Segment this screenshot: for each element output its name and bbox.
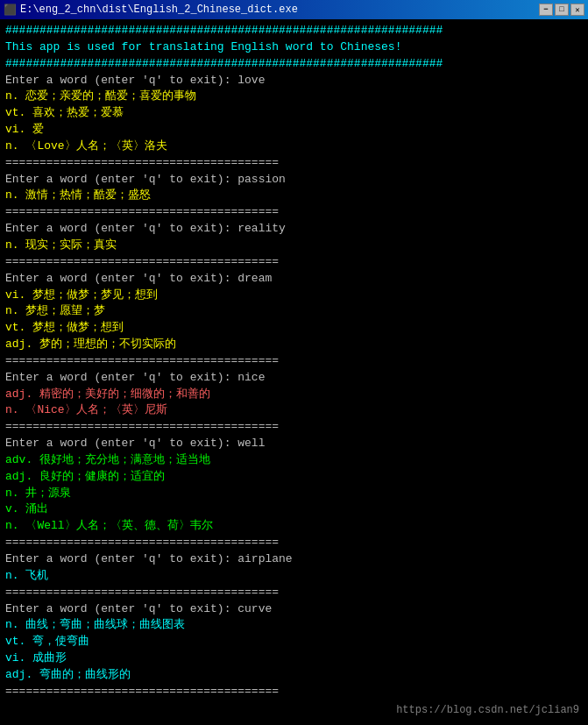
title-bar-title-area: ⬛ E:\eng_2_chn\dist\English_2_Chinese_di… (4, 4, 298, 17)
close-button[interactable]: ✕ (570, 4, 584, 16)
console-line: ======================================== (5, 155, 583, 172)
console-line: n. 现实；实际；真实 (5, 238, 583, 254)
watermark-text: https://blog.csdn.net/jclian9 (396, 704, 579, 716)
console-line: v. 涌出 (5, 501, 583, 518)
console-output: ########################################… (0, 19, 588, 725)
console-line: adj. 梦的；理想的；不切实际的 (5, 337, 583, 353)
console-line: vt. 喜欢；热爱；爱慕 (5, 105, 583, 122)
console-line: adj. 良好的；健康的；适宜的 (5, 469, 583, 486)
console-line: vt. 梦想；做梦；想到 (5, 320, 583, 337)
console-line: n. 曲线；弯曲；曲线球；曲线图表 (5, 617, 583, 634)
console-line: n. 〈Well〉人名；〈英、德、荷〉韦尔 (5, 518, 583, 535)
title-bar: ⬛ E:\eng_2_chn\dist\English_2_Chinese_di… (0, 0, 588, 19)
console-line: ======================================== (5, 204, 583, 221)
console-line: adv. 很好地；充分地；满意地；适当地 (5, 452, 583, 469)
minimize-button[interactable]: − (539, 4, 553, 16)
console-line: vi. 成曲形 (5, 650, 583, 667)
title-bar-controls: − □ ✕ (539, 4, 584, 16)
console-line: Enter a word (enter 'q' to exit): curve (5, 601, 583, 618)
console-line: ======================================== (5, 585, 583, 601)
console-line: n. 飞机 (5, 568, 583, 585)
console-line: Enter a word (enter 'q' to exit): realit… (5, 221, 583, 238)
console-line: Enter a word (enter 'q' to exit): love (5, 73, 583, 89)
console-line: ########################################… (5, 23, 583, 39)
console-line: This app is used for translating English… (5, 39, 583, 56)
console-line: n. 梦想；愿望；梦 (5, 303, 583, 320)
console-line: ########################################… (5, 56, 583, 73)
window-title: E:\eng_2_chn\dist\English_2_Chinese_dict… (20, 4, 298, 16)
console-line: ======================================== (5, 684, 583, 700)
console-line: ======================================== (5, 419, 583, 436)
title-bar-icon: ⬛ (4, 4, 17, 17)
console-line: ======================================== (5, 353, 583, 370)
console-line: Enter a word (enter 'q' to exit): dream (5, 271, 583, 288)
console-line: vt. 弯，使弯曲 (5, 634, 583, 650)
console-line: n. 恋爱；亲爱的；酷爱；喜爱的事物 (5, 89, 583, 105)
console-line: Enter a word (enter 'q' to exit): airpla… (5, 551, 583, 568)
app-window: ⬛ E:\eng_2_chn\dist\English_2_Chinese_di… (0, 0, 588, 725)
console-line: ======================================== (5, 535, 583, 551)
console-line: Enter a word (enter 'q' to exit): well (5, 436, 583, 452)
console-line: vi. 爱 (5, 122, 583, 139)
console-line: adj. 精密的；美好的；细微的；和善的 (5, 387, 583, 403)
maximize-button[interactable]: □ (555, 4, 569, 16)
console-line: adj. 弯曲的；曲线形的 (5, 667, 583, 684)
console-line: n. 〈Nice〉人名；〈英〉尼斯 (5, 402, 583, 419)
console-line: ======================================== (5, 254, 583, 271)
console-line: Enter a word (enter 'q' to exit): passio… (5, 172, 583, 188)
console-line: vi. 梦想；做梦；梦见；想到 (5, 288, 583, 304)
console-line: Enter a word (enter 'q' to exit): nice (5, 370, 583, 387)
console-line: n. 激情；热情；酷爱；盛怒 (5, 188, 583, 204)
console-line: n. 井；源泉 (5, 486, 583, 502)
console-line: n. 〈Love〉人名；〈英〉洛夫 (5, 139, 583, 155)
